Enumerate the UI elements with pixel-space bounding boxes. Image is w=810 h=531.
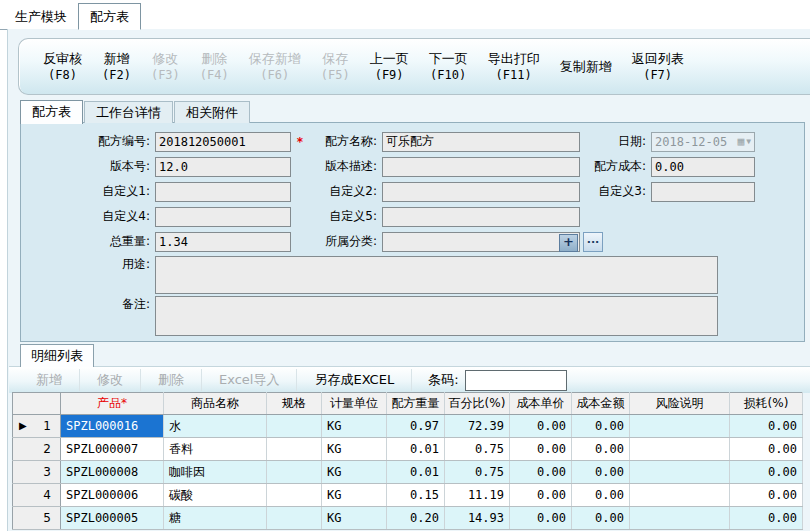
custom4-input[interactable]	[155, 207, 291, 227]
row-header[interactable]: 3	[13, 461, 61, 484]
grid-cell[interactable]: KG	[322, 415, 387, 438]
copy-new-button[interactable]: 复制新增	[550, 59, 622, 75]
grid-cell[interactable]: 0.00	[510, 484, 572, 507]
grid-cell[interactable]: KG	[322, 484, 387, 507]
table-row[interactable]: 3SPZL000008咖啡因KG0.010.750.000.000.00	[13, 461, 803, 484]
row-header[interactable]: 2	[13, 438, 61, 461]
total-weight-input[interactable]	[155, 232, 291, 252]
grid-cell[interactable]	[630, 507, 730, 530]
next-page-button[interactable]: 下一页 (F10)	[419, 51, 478, 83]
grid-cell[interactable]	[630, 415, 730, 438]
excel-import-button[interactable]: Excel导入	[202, 369, 297, 391]
grid-cell[interactable]: 0.20	[387, 507, 445, 530]
save-new-button[interactable]: 保存新增 (F6)	[239, 51, 311, 83]
column-header-product[interactable]: 产品*	[61, 393, 164, 415]
grid-cell[interactable]: KG	[322, 507, 387, 530]
table-row[interactable]: 4SPZL000006碳酸KG0.1511.190.000.000.00	[13, 484, 803, 507]
barcode-input[interactable]	[465, 370, 567, 391]
grid-cell[interactable]: KG	[322, 461, 387, 484]
category-add-button[interactable]: +	[559, 234, 578, 252]
grid-cell[interactable]: 糖	[164, 507, 267, 530]
row-header[interactable]: 5	[13, 507, 61, 530]
remark-textarea[interactable]	[155, 296, 718, 336]
grid-cell[interactable]: SPZL000005	[61, 507, 164, 530]
column-header-cost-amount[interactable]: 成本金额	[572, 393, 630, 415]
grid-cell[interactable]: 0.01	[387, 461, 445, 484]
tab-related-attachments[interactable]: 相关附件	[174, 101, 250, 123]
table-row[interactable]: 5SPZL000005糖KG0.2014.930.000.000.00	[13, 507, 803, 530]
column-header-loss[interactable]: 损耗(%)	[730, 393, 803, 415]
column-header-risk[interactable]: 风险说明	[630, 393, 730, 415]
grid-cell[interactable]: 0.00	[730, 415, 803, 438]
custom3-input[interactable]	[651, 182, 755, 202]
grid-cell[interactable]	[267, 438, 322, 461]
grid-cell[interactable]: 水	[164, 415, 267, 438]
version-input[interactable]	[155, 157, 291, 177]
delete-button[interactable]: 删除 (F4)	[190, 51, 239, 83]
grid-cell[interactable]	[630, 484, 730, 507]
recipe-no-input[interactable]	[155, 132, 291, 152]
grid-cell[interactable]: KG	[322, 438, 387, 461]
edit-button[interactable]: 修改 (F3)	[141, 51, 190, 83]
grid-cell[interactable]: 0.00	[730, 438, 803, 461]
grid-cell[interactable]: 0.00	[510, 507, 572, 530]
grid-cell[interactable]: SPZL000008	[61, 461, 164, 484]
recipe-name-input[interactable]	[382, 132, 580, 152]
column-header-name[interactable]: 商品名称	[164, 393, 267, 415]
grid-cell[interactable]	[630, 438, 730, 461]
grid-cell[interactable]: 14.93	[445, 507, 510, 530]
grid-cell[interactable]: 0.75	[445, 438, 510, 461]
dropdown-arrow-icon[interactable]: ▼	[746, 137, 751, 146]
tab-workbench-detail[interactable]: 工作台详情	[84, 101, 173, 123]
calendar-icon[interactable]: ▦	[738, 135, 745, 148]
table-row[interactable]: 2SPZL000007香料KG0.010.750.000.000.00	[13, 438, 803, 461]
grid-cell[interactable]: 0.00	[510, 438, 572, 461]
grid-cell[interactable]: 0.00	[510, 461, 572, 484]
tab-formula[interactable]: 配方表	[20, 100, 83, 124]
export-print-button[interactable]: 导出打印 (F11)	[478, 51, 550, 83]
row-header[interactable]: 4	[13, 484, 61, 507]
save-button[interactable]: 保存 (F5)	[311, 51, 360, 83]
grid-cell[interactable]: 0.00	[572, 438, 630, 461]
grid-cell[interactable]: 0.00	[730, 484, 803, 507]
detail-edit-button[interactable]: 修改	[80, 369, 141, 391]
grid-cell[interactable]: 0.00	[572, 461, 630, 484]
row-header[interactable]: ▶1	[13, 415, 61, 438]
grid-cell[interactable]	[267, 507, 322, 530]
grid-cell[interactable]: 0.15	[387, 484, 445, 507]
grid-cell[interactable]: 咖啡因	[164, 461, 267, 484]
grid-cell[interactable]	[267, 415, 322, 438]
grid-cell[interactable]: 0.75	[445, 461, 510, 484]
tab-production-module[interactable]: 生产模块	[4, 4, 78, 29]
column-header-unit[interactable]: 计量单位	[322, 393, 387, 415]
grid-cell[interactable]	[267, 461, 322, 484]
recipe-cost-input[interactable]	[651, 157, 755, 177]
version-desc-input[interactable]	[382, 157, 580, 177]
column-header-weight[interactable]: 配方重量	[387, 393, 445, 415]
prev-page-button[interactable]: 上一页 (F9)	[360, 51, 419, 83]
date-field[interactable]: 2018-12-05 ▦ ▼	[651, 132, 755, 152]
grid-cell[interactable]: 72.39	[445, 415, 510, 438]
detail-add-button[interactable]: 新增	[19, 369, 80, 391]
grid-cell[interactable]: 0.00	[510, 415, 572, 438]
grid-cell[interactable]: 碳酸	[164, 484, 267, 507]
grid-cell[interactable]: 香料	[164, 438, 267, 461]
grid-cell[interactable]: 0.01	[387, 438, 445, 461]
grid-cell[interactable]: 0.97	[387, 415, 445, 438]
column-header-percent[interactable]: 百分比(%)	[445, 393, 510, 415]
table-row[interactable]: ▶1SPZL000016水KG0.9772.390.000.000.00	[13, 415, 803, 438]
custom5-input[interactable]	[382, 207, 580, 227]
column-header-unit-cost[interactable]: 成本单价	[510, 393, 572, 415]
grid-cell[interactable]: SPZL000007	[61, 438, 164, 461]
grid-cell[interactable]: 0.00	[572, 415, 630, 438]
category-browse-button[interactable]: ...	[583, 232, 603, 252]
grid-cell[interactable]: 0.00	[572, 507, 630, 530]
grid-cell[interactable]: 11.19	[445, 484, 510, 507]
grid-cell[interactable]	[267, 484, 322, 507]
category-input[interactable]: +	[382, 232, 580, 252]
save-as-excel-button[interactable]: 另存成EXCEL	[297, 369, 412, 391]
grid-cell[interactable]: 0.00	[572, 484, 630, 507]
add-button[interactable]: 新增 (F2)	[92, 51, 141, 83]
usage-textarea[interactable]	[155, 256, 718, 294]
unapprove-button[interactable]: 反审核 (F8)	[33, 51, 92, 83]
